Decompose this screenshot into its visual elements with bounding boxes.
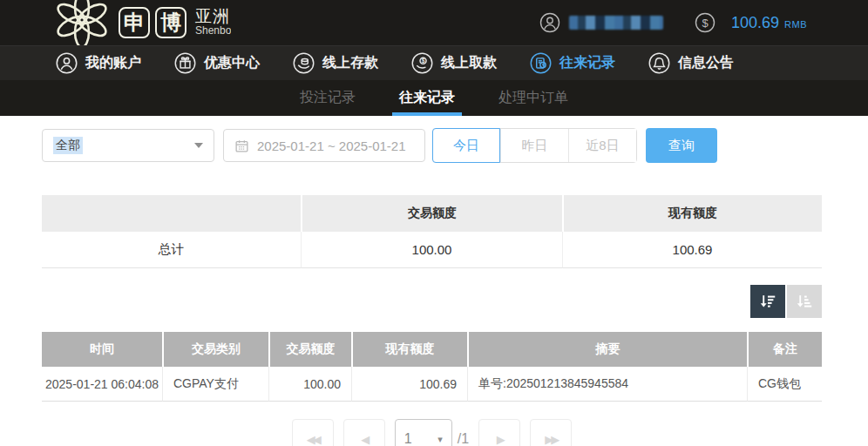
col-summary: 摘要 bbox=[467, 332, 747, 367]
nav-online-withdraw[interactable]: $ 线上取款 bbox=[411, 52, 497, 74]
tab-label: 投注记录 bbox=[300, 89, 356, 107]
records-icon bbox=[530, 52, 552, 74]
logo-char-1: 申 bbox=[119, 7, 150, 38]
sub-tabs: 投注记录 往来记录 处理中订单 bbox=[0, 80, 868, 116]
user-area: $ 100.69 RMB bbox=[539, 12, 807, 33]
gift-icon bbox=[174, 52, 196, 74]
nav-promo-center[interactable]: 优惠中心 bbox=[174, 52, 260, 74]
col-amount: 交易额度 bbox=[268, 332, 351, 367]
main-navigation: 我的账户 优惠中心 线上存款 $ 线上取款 bbox=[0, 45, 868, 80]
withdraw-icon: $ bbox=[411, 52, 433, 74]
balance-display[interactable]: 100.69 RMB bbox=[731, 14, 807, 32]
content-area: 全部 2025-01-21 ~ 2025-01-21 今日 昨日 近8日 查询 bbox=[0, 116, 868, 446]
col-type: 交易类别 bbox=[162, 332, 268, 367]
quick-date-group: 今日 昨日 近8日 bbox=[432, 128, 637, 163]
page-select[interactable]: 1 ▾ bbox=[395, 419, 452, 446]
sort-ascending-button[interactable] bbox=[787, 285, 822, 318]
cell-balance: 100.69 bbox=[351, 367, 467, 402]
top-header: 申 博 亚洲 Shenbo $ 100.69 RMB bbox=[0, 0, 868, 45]
nav-announcements[interactable]: 信息公告 bbox=[648, 52, 734, 74]
nav-label: 信息公告 bbox=[678, 54, 734, 72]
username-blurred[interactable] bbox=[569, 16, 663, 30]
balance-amount: 100.69 bbox=[731, 14, 779, 32]
yesterday-button[interactable]: 昨日 bbox=[500, 129, 568, 162]
svg-text:$: $ bbox=[422, 57, 425, 64]
page-select-value: 1 bbox=[404, 431, 412, 446]
table-row: 2025-01-21 06:04:08 CGPAY支付 100.00 100.6… bbox=[42, 367, 822, 402]
records-table: 时间 交易类别 交易额度 现有额度 摘要 备注 2025-01-21 06:04… bbox=[42, 332, 822, 402]
col-time: 时间 bbox=[42, 332, 162, 367]
type-select-dropdown[interactable]: 全部 bbox=[42, 129, 214, 162]
right-arrow-icon: ▶ bbox=[497, 433, 503, 446]
summary-transaction-total: 100.00 bbox=[301, 232, 562, 268]
tab-processing-orders[interactable]: 处理中订单 bbox=[483, 80, 584, 116]
summary-table: 交易额度 现有额度 总计 100.00 100.69 bbox=[42, 195, 822, 268]
sort-controls bbox=[42, 285, 822, 318]
summary-header-transaction: 交易额度 bbox=[301, 195, 562, 232]
summary-total-label: 总计 bbox=[42, 232, 301, 268]
chevron-down-icon: ▾ bbox=[437, 434, 443, 445]
summary-header-balance: 现有额度 bbox=[562, 195, 822, 232]
summary-total-row: 总计 100.00 100.69 bbox=[42, 232, 822, 268]
nav-label: 线上取款 bbox=[441, 54, 497, 72]
records-header-row: 时间 交易类别 交易额度 现有额度 摘要 备注 bbox=[42, 332, 822, 367]
tab-label: 往来记录 bbox=[399, 89, 455, 107]
tab-betting-records[interactable]: 投注记录 bbox=[284, 80, 371, 116]
pagination: ◀◀ ◀ 1 ▾ /1 ▶ ▶▶ bbox=[42, 419, 822, 446]
tab-label: 处理中订单 bbox=[498, 89, 568, 107]
double-right-arrow-icon: ▶▶ bbox=[545, 433, 557, 446]
nav-online-deposit[interactable]: 线上存款 bbox=[293, 52, 378, 74]
next-page-button[interactable]: ▶ bbox=[478, 419, 520, 446]
date-range-input[interactable]: 2025-01-21 ~ 2025-01-21 bbox=[223, 129, 425, 162]
dollar-circle-icon: $ bbox=[695, 12, 715, 33]
summary-balance-total: 100.69 bbox=[562, 232, 822, 268]
chevron-down-icon bbox=[194, 143, 203, 148]
nav-label: 线上存款 bbox=[322, 54, 378, 72]
nav-label: 往来记录 bbox=[559, 54, 615, 72]
nav-label: 我的账户 bbox=[85, 54, 141, 72]
brand-name-en: Shenbo bbox=[195, 25, 231, 37]
first-page-button[interactable]: ◀◀ bbox=[292, 419, 334, 446]
nav-transaction-records[interactable]: 往来记录 bbox=[530, 52, 615, 74]
left-arrow-icon: ◀ bbox=[361, 433, 367, 446]
page-total-label: /1 bbox=[458, 419, 469, 446]
logo-char-2: 博 bbox=[155, 7, 186, 38]
last-page-button[interactable]: ▶▶ bbox=[530, 419, 572, 446]
nav-my-account[interactable]: 我的账户 bbox=[56, 52, 141, 74]
svg-text:$: $ bbox=[702, 17, 709, 30]
filter-bar: 全部 2025-01-21 ~ 2025-01-21 今日 昨日 近8日 查询 bbox=[42, 128, 822, 163]
date-range-value: 2025-01-21 ~ 2025-01-21 bbox=[257, 139, 406, 153]
col-note: 备注 bbox=[747, 332, 822, 367]
type-select-value: 全部 bbox=[53, 137, 83, 154]
cell-note: CG钱包 bbox=[747, 367, 822, 402]
bell-icon bbox=[648, 52, 670, 74]
transaction-records-page: 申 博 亚洲 Shenbo $ 100.69 RMB bbox=[0, 0, 868, 446]
search-button[interactable]: 查询 bbox=[646, 128, 717, 163]
col-balance: 现有额度 bbox=[351, 332, 467, 367]
brand-logo[interactable]: 申 博 亚洲 Shenbo bbox=[51, 0, 231, 45]
cell-amount: 100.00 bbox=[268, 367, 351, 402]
nav-label: 优惠中心 bbox=[204, 54, 260, 72]
summary-header-empty bbox=[42, 195, 301, 232]
deposit-icon bbox=[293, 52, 315, 74]
tab-transaction-records[interactable]: 往来记录 bbox=[383, 80, 471, 116]
cell-summary: 单号:202501213845945584 bbox=[467, 367, 747, 402]
summary-header-row: 交易额度 现有额度 bbox=[42, 195, 822, 232]
balance-currency: RMB bbox=[784, 19, 807, 30]
last-8-days-button[interactable]: 近8日 bbox=[568, 129, 636, 162]
calendar-icon bbox=[234, 139, 249, 153]
user-icon bbox=[539, 12, 560, 33]
sort-amount-desc-icon bbox=[758, 292, 777, 311]
flower-icon bbox=[51, 0, 113, 45]
sort-descending-button[interactable] bbox=[750, 285, 785, 318]
today-button[interactable]: 今日 bbox=[432, 128, 500, 163]
sort-amount-asc-icon bbox=[795, 292, 814, 311]
cell-type: CGPAY支付 bbox=[162, 367, 268, 402]
account-icon bbox=[56, 52, 78, 74]
cell-time: 2025-01-21 06:04:08 bbox=[42, 367, 162, 402]
brand-region: 亚洲 bbox=[195, 8, 231, 25]
double-left-arrow-icon: ◀◀ bbox=[307, 433, 319, 446]
prev-page-button[interactable]: ◀ bbox=[343, 419, 385, 446]
